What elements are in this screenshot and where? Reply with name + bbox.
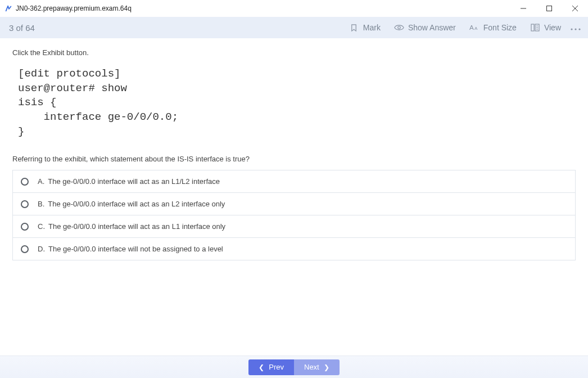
toolbar: 3 of 64 Mark Show Answer A A Font Size [0, 17, 588, 38]
show-answer-label: Show Answer [408, 23, 456, 32]
more-button[interactable] [568, 23, 584, 32]
option-text: The ge-0/0/0.0 interface will act as an … [48, 200, 225, 208]
question-instruction: Click the Exhibit button. [12, 48, 576, 57]
chevron-left-icon: ❮ [259, 363, 264, 371]
svg-point-12 [571, 28, 572, 30]
option-text: The ge-0/0/0.0 interface will not be ass… [48, 245, 223, 253]
chevron-right-icon: ❯ [324, 363, 329, 371]
next-button[interactable]: Next ❯ [294, 359, 340, 375]
option-letter: A. [38, 177, 44, 186]
prev-button[interactable]: ❮ Prev [248, 359, 294, 375]
option-text: The ge-0/0/0.0 interface will act as an … [48, 222, 225, 231]
question-text: Referring to the exhibit, which statemen… [12, 155, 576, 163]
option-d[interactable]: D. The ge-0/0/0.0 interface will not be … [13, 237, 575, 260]
window-title: JN0-362.prepaway.premium.exam.64q [16, 4, 132, 12]
option-letter: D. [38, 245, 45, 253]
option-letter: B. [38, 200, 44, 208]
options-list: A. The ge-0/0/0.0 interface will act as … [12, 170, 576, 260]
footer-nav: ❮ Prev Next ❯ [0, 356, 588, 378]
radio-icon [21, 178, 29, 186]
svg-point-13 [575, 28, 576, 30]
font-size-button[interactable]: A A Font Size [463, 17, 523, 38]
show-answer-button[interactable]: Show Answer [387, 17, 463, 38]
mark-label: Mark [363, 23, 381, 32]
prev-label: Prev [269, 363, 284, 371]
view-button[interactable]: View [523, 17, 568, 38]
radio-icon [21, 200, 29, 208]
eye-icon [394, 22, 404, 33]
question-counter: 3 of 64 [9, 23, 35, 33]
ellipsis-icon [571, 23, 581, 32]
view-icon [530, 22, 540, 33]
option-text: The ge-0/0/0.0 interface will act as an … [48, 177, 220, 186]
font-size-icon: A A [469, 22, 480, 33]
app-icon [4, 4, 12, 12]
option-c[interactable]: C. The ge-0/0/0.0 interface will act as … [13, 215, 575, 237]
svg-text:A: A [474, 26, 478, 32]
mark-button[interactable]: Mark [342, 17, 387, 38]
window-controls [510, 0, 588, 17]
view-label: View [544, 23, 561, 32]
next-label: Next [304, 363, 319, 371]
radio-icon [21, 223, 29, 231]
maximize-button[interactable] [536, 0, 562, 17]
option-b[interactable]: B. The ge-0/0/0.0 interface will act as … [13, 192, 575, 215]
svg-point-14 [578, 28, 580, 30]
option-a[interactable]: A. The ge-0/0/0.0 interface will act as … [13, 170, 575, 192]
svg-rect-7 [531, 24, 534, 31]
font-size-label: Font Size [483, 23, 517, 32]
option-letter: C. [38, 222, 45, 231]
svg-text:A: A [469, 24, 474, 32]
svg-rect-1 [547, 6, 552, 11]
exhibit-code: [edit protocols] user@router# show isis … [18, 67, 576, 139]
close-button[interactable] [562, 0, 588, 17]
app-window: JN0-362.prepaway.premium.exam.64q 3 of 6… [0, 0, 588, 378]
title-bar: JN0-362.prepaway.premium.exam.64q [0, 0, 588, 17]
bookmark-icon [349, 22, 359, 33]
svg-point-4 [398, 26, 401, 29]
minimize-button[interactable] [510, 0, 536, 17]
radio-icon [21, 245, 29, 253]
question-content: Click the Exhibit button. [edit protocol… [0, 38, 588, 356]
